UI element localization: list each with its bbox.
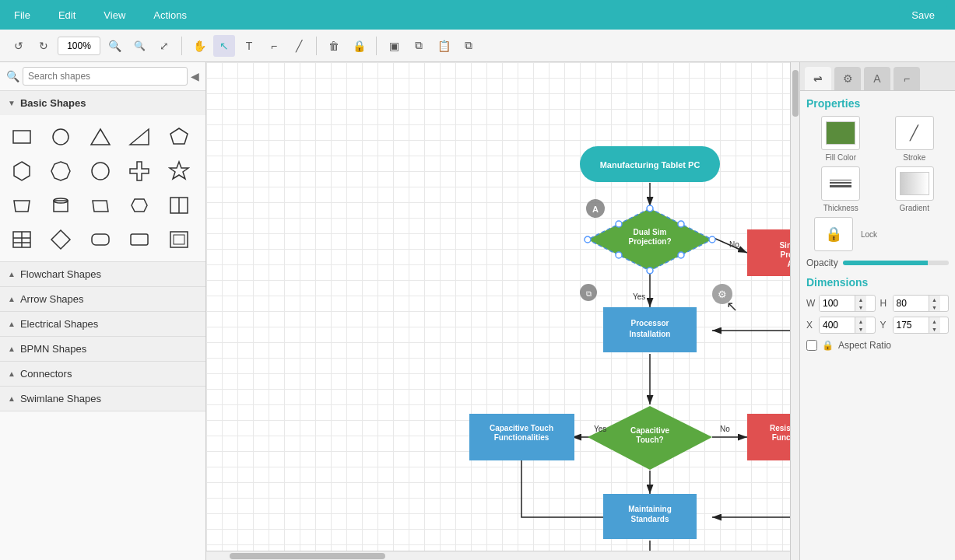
lock-button[interactable]: 🔒: [348, 35, 370, 57]
thickness-box[interactable]: [821, 166, 860, 201]
menu-actions[interactable]: Actions: [147, 6, 193, 24]
shape-diamond[interactable]: [45, 224, 76, 255]
opacity-slider[interactable]: [843, 261, 949, 265]
svg-point-40: [647, 268, 653, 274]
basic-shapes-header[interactable]: ▼ Basic Shapes: [0, 91, 205, 115]
svg-text:Processor: Processor: [631, 319, 669, 327]
menu-view[interactable]: View: [97, 6, 132, 24]
tab-settings[interactable]: ⚙: [834, 67, 861, 90]
shape-cylinder[interactable]: [45, 190, 76, 221]
shape-parallelogram[interactable]: [85, 190, 116, 221]
shape-hexagon2[interactable]: [124, 190, 155, 221]
save-button[interactable]: Save: [899, 5, 947, 26]
y-spin-up[interactable]: ▲: [929, 317, 940, 325]
shape-search-input[interactable]: [23, 67, 188, 86]
x-label: X: [806, 320, 816, 331]
shape-star[interactable]: [163, 156, 195, 187]
y-input[interactable]: [894, 317, 929, 333]
electrical-shapes-label: Electrical Shapes: [20, 318, 98, 330]
bpmn-shapes-header[interactable]: ▲ BPMN Shapes: [0, 337, 205, 361]
electrical-shapes-header[interactable]: ▲ Electrical Shapes: [0, 312, 205, 336]
h-spin-down[interactable]: ▼: [929, 303, 940, 311]
tab-style[interactable]: ⌐: [894, 67, 920, 90]
line1: [830, 180, 851, 180]
gradient-box[interactable]: [895, 166, 934, 201]
fill-color-swatch: [826, 121, 855, 145]
search-icon[interactable]: 🔍: [6, 70, 19, 82]
diagram-svg[interactable]: Manufacturing Tablet PC Dual Sim Project…: [206, 62, 799, 560]
text-button[interactable]: T: [238, 35, 260, 57]
gradient-item: Gradient: [880, 166, 950, 212]
copy-button[interactable]: ⧉: [408, 35, 430, 57]
h-input[interactable]: [894, 296, 929, 311]
flowchart-shapes-header[interactable]: ▲ Flowchart Shapes: [0, 262, 205, 286]
paste-button[interactable]: 📋: [433, 35, 455, 57]
shape-trapezoid[interactable]: [6, 190, 37, 221]
zoom-input[interactable]: 100%: [58, 37, 100, 55]
fill-color-box[interactable]: [821, 116, 860, 150]
x-spin-down[interactable]: ▼: [855, 325, 866, 333]
canvas-area[interactable]: Manufacturing Tablet PC Dual Sim Project…: [206, 62, 799, 560]
tab-connector[interactable]: ⇌: [805, 67, 831, 90]
shape-panel[interactable]: [163, 190, 195, 221]
horizontal-scrollbar[interactable]: [206, 551, 799, 560]
select-button[interactable]: ↖: [213, 35, 235, 57]
arrow-shapes-header[interactable]: ▲ Arrow Shapes: [0, 287, 205, 311]
shape-circle[interactable]: [45, 121, 76, 152]
arrow-shapes-label: Arrow Shapes: [20, 293, 84, 305]
shape-right-triangle[interactable]: [124, 121, 155, 152]
svg-text:A: A: [592, 205, 599, 214]
stroke-box[interactable]: ╱: [895, 116, 934, 150]
shape-cross[interactable]: [124, 156, 155, 187]
vertical-scrollbar[interactable]: [790, 62, 799, 560]
shadow-button[interactable]: ▣: [383, 35, 405, 57]
swimlane-shapes-header[interactable]: ▲ Swimlane Shapes: [0, 387, 205, 411]
x-input[interactable]: [820, 317, 855, 333]
y-label: Y: [880, 320, 890, 331]
zoom-in-button[interactable]: 🔍: [104, 35, 125, 57]
scrollbar-v-thumb[interactable]: [792, 70, 799, 117]
stroke-icon: ╱: [910, 124, 918, 142]
w-input[interactable]: [820, 296, 855, 311]
w-spin-up[interactable]: ▲: [855, 296, 866, 303]
h-spin-up[interactable]: ▲: [929, 296, 940, 303]
shape-heptagon[interactable]: [45, 156, 76, 187]
thickness-item: Thickness: [806, 166, 876, 212]
delete-button[interactable]: 🗑: [323, 35, 345, 57]
menu-file[interactable]: File: [8, 6, 37, 24]
connectors-header[interactable]: ▲ Connectors: [0, 362, 205, 386]
lock-box[interactable]: 🔒: [814, 217, 853, 251]
bpmn-arrow: ▲: [8, 345, 16, 353]
w-spin-down[interactable]: ▼: [855, 303, 866, 311]
svg-marker-8: [170, 162, 188, 179]
aspect-ratio-row: 🔒 Aspect Ratio: [806, 340, 949, 351]
duplicate-button[interactable]: ⧉: [458, 35, 479, 57]
shape-wave[interactable]: [124, 224, 155, 255]
redo-button[interactable]: ↻: [33, 35, 54, 57]
shape-rounded-rect[interactable]: [85, 224, 116, 255]
line-button[interactable]: ╱: [288, 35, 310, 57]
divider3: [376, 37, 377, 55]
connector-button[interactable]: ⌐: [263, 35, 285, 57]
y-spin-down[interactable]: ▼: [929, 325, 940, 333]
shape-rectangle[interactable]: [6, 121, 37, 152]
undo-button[interactable]: ↺: [8, 35, 30, 57]
shape-hexagon[interactable]: [6, 156, 37, 187]
shape-octagon[interactable]: [85, 156, 116, 187]
scrollbar-h-thumb[interactable]: [230, 553, 385, 559]
zoom-out-button[interactable]: 🔍: [128, 35, 150, 57]
collapse-panel-icon[interactable]: ◀: [191, 70, 199, 82]
shape-pentagon[interactable]: [163, 121, 195, 152]
divider1: [181, 37, 182, 55]
aspect-ratio-checkbox[interactable]: [806, 340, 817, 351]
fit-button[interactable]: ⤢: [153, 35, 175, 57]
gradient-preview: [900, 172, 929, 195]
x-spin-up[interactable]: ▲: [855, 317, 866, 325]
shape-table[interactable]: [6, 224, 37, 255]
menu-edit[interactable]: Edit: [52, 6, 82, 24]
tab-text[interactable]: A: [864, 67, 890, 90]
pan-button[interactable]: ✋: [188, 35, 210, 57]
dimensions-grid: W ▲ ▼ H ▲: [806, 295, 949, 334]
shape-triangle[interactable]: [85, 121, 116, 152]
shape-frame[interactable]: [163, 224, 195, 255]
